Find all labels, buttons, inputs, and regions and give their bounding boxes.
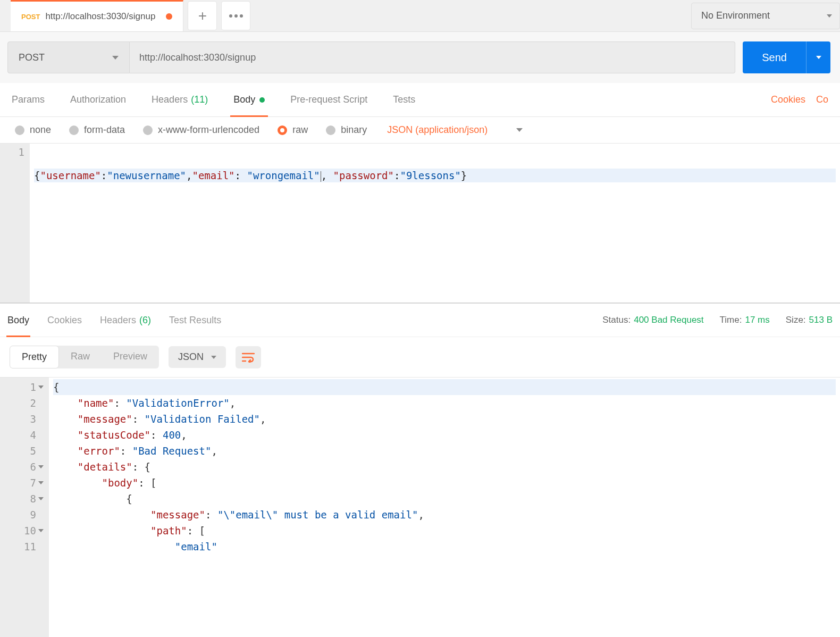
chevron-down-icon xyxy=(211,356,216,359)
body-type-none[interactable]: none xyxy=(15,124,51,136)
request-section-tabs: Params Authorization Headers (11) Body P… xyxy=(0,83,840,117)
chevron-down-icon[interactable] xyxy=(516,128,523,132)
response-tab-headers[interactable]: Headers (6) xyxy=(100,304,151,337)
body-type-raw[interactable]: raw xyxy=(278,124,308,136)
response-code-line: { xyxy=(53,491,836,507)
cookies-link[interactable]: Cookies xyxy=(771,94,805,105)
request-tab[interactable]: POST http://localhost:3030/signup xyxy=(11,0,183,31)
tab-body[interactable]: Body xyxy=(233,83,265,116)
view-pretty[interactable]: Pretty xyxy=(10,346,59,368)
request-builder-row: POST Send xyxy=(0,32,840,83)
plus-icon: + xyxy=(198,7,207,24)
body-type-binary[interactable]: binary xyxy=(326,124,367,136)
send-options-button[interactable] xyxy=(806,41,830,73)
modified-dot-icon xyxy=(259,97,265,103)
request-body-editor[interactable]: 1 {"username":"newusername","email": "wr… xyxy=(0,144,840,303)
radio-icon xyxy=(143,125,153,135)
response-code-line: "statusCode": 400, xyxy=(53,427,836,443)
chevron-down-icon xyxy=(816,56,821,59)
code-area[interactable]: {"username":"newusername","email": "wron… xyxy=(30,144,840,303)
response-tab-body[interactable]: Body xyxy=(7,304,29,337)
code-line: {"username":"newusername","email": "wron… xyxy=(34,169,836,182)
response-code-line: "error": "Bad Request", xyxy=(53,443,836,459)
url-input[interactable] xyxy=(130,41,735,73)
response-section-tabs: Body Cookies Headers (6) Test Results St… xyxy=(0,303,840,337)
environment-label: No Environment xyxy=(701,10,770,21)
text-cursor-icon xyxy=(321,171,321,182)
gutter-line: 4 xyxy=(0,427,45,443)
response-code-line: "path": [ xyxy=(53,523,836,539)
radio-icon xyxy=(278,125,287,135)
send-button[interactable]: Send xyxy=(743,41,806,73)
time-value: 17 ms xyxy=(745,315,769,325)
radio-icon xyxy=(326,125,335,135)
body-type-formdata[interactable]: form-data xyxy=(69,124,125,136)
unsaved-indicator-icon xyxy=(166,13,172,20)
size-value: 513 B xyxy=(809,315,833,325)
response-code-line: "message": "\"email\" must be a valid em… xyxy=(53,507,836,523)
line-gutter: 1 xyxy=(0,144,30,303)
wrap-lines-button[interactable] xyxy=(236,346,261,368)
response-code-line: "message": "Validation Failed", xyxy=(53,411,836,427)
content-type-select[interactable]: JSON (application/json) xyxy=(387,124,488,136)
view-raw[interactable]: Raw xyxy=(59,346,102,368)
gutter-line[interactable]: 8 xyxy=(0,491,45,507)
gutter-line: 11 xyxy=(0,539,45,555)
gutter-line: 3 xyxy=(0,411,45,427)
environment-select[interactable]: No Environment xyxy=(691,3,840,29)
response-code-line: "email" xyxy=(53,539,836,555)
ellipsis-icon xyxy=(229,14,243,18)
radio-icon xyxy=(15,125,24,135)
new-tab-button[interactable]: + xyxy=(188,1,217,30)
response-tab-test-results[interactable]: Test Results xyxy=(169,304,221,337)
response-line-gutter: 1234567891011 xyxy=(0,378,49,637)
tab-title: http://localhost:3030/signup xyxy=(45,11,155,22)
response-code-line: { xyxy=(53,379,836,395)
response-meta: Status:400 Bad Request Time:17 ms Size:5… xyxy=(602,315,833,325)
response-format-toolbar: Pretty Raw Preview JSON xyxy=(0,337,840,377)
http-method-select[interactable]: POST xyxy=(7,41,130,73)
view-mode-toggle: Pretty Raw Preview xyxy=(10,346,159,368)
response-code-line: "body": [ xyxy=(53,475,836,491)
gutter-line: 9 xyxy=(0,507,45,523)
gutter-line: 2 xyxy=(0,395,45,411)
tab-tests[interactable]: Tests xyxy=(393,83,415,116)
gutter-line[interactable]: 1 xyxy=(0,379,45,395)
response-code-line: "details": { xyxy=(53,459,836,475)
tab-bar: POST http://localhost:3030/signup + No E… xyxy=(0,0,840,32)
response-tab-cookies[interactable]: Cookies xyxy=(47,304,82,337)
response-body-viewer[interactable]: 1234567891011 { "name": "ValidationError… xyxy=(0,377,840,637)
tab-options-button[interactable] xyxy=(221,1,250,30)
tab-method-badge: POST xyxy=(21,13,40,21)
http-method-value: POST xyxy=(19,52,45,63)
response-code-area[interactable]: { "name": "ValidationError", "message": … xyxy=(49,378,840,637)
chevron-down-icon xyxy=(112,56,119,60)
radio-icon xyxy=(69,125,79,135)
tab-authorization[interactable]: Authorization xyxy=(70,83,126,116)
response-format-select[interactable]: JSON xyxy=(169,346,226,368)
body-type-urlencoded[interactable]: x-www-form-urlencoded xyxy=(143,124,259,136)
tab-headers[interactable]: Headers (11) xyxy=(152,83,208,116)
view-preview[interactable]: Preview xyxy=(102,346,159,368)
status-value: 400 Bad Request xyxy=(634,315,703,325)
response-code-line: "name": "ValidationError", xyxy=(53,395,836,411)
gutter-line[interactable]: 7 xyxy=(0,475,45,491)
gutter-line[interactable]: 6 xyxy=(0,459,45,475)
tab-prerequest-script[interactable]: Pre-request Script xyxy=(290,83,367,116)
wrap-icon xyxy=(242,352,255,363)
code-link[interactable]: Co xyxy=(816,94,828,105)
gutter-line: 5 xyxy=(0,443,45,459)
tab-params[interactable]: Params xyxy=(12,83,45,116)
body-type-selector: none form-data x-www-form-urlencoded raw… xyxy=(0,117,840,144)
gutter-line[interactable]: 10 xyxy=(0,523,45,539)
